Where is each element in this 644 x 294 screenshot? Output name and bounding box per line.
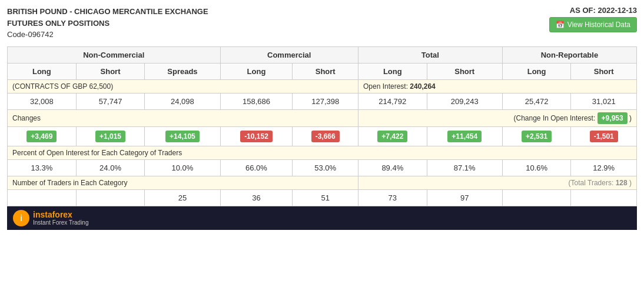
traders-nr-short	[571, 189, 637, 206]
group-header-total: Total	[358, 46, 502, 63]
val-c-long: 158,686	[220, 93, 293, 109]
traders-data-row: 25 36 51 73 97	[8, 189, 637, 206]
col-header-short3: Short	[427, 63, 502, 79]
pct-data-row: 13.3% 24.0% 10.0% 66.0% 53.0% 89.4% 87.1…	[8, 159, 637, 176]
badge-t-long: +7,422	[358, 126, 427, 146]
col-header-short4: Short	[571, 63, 637, 79]
badge-nr-long: +2,531	[502, 126, 571, 146]
traders-nr-long	[502, 189, 571, 206]
col-header-long2: Long	[220, 63, 293, 79]
title-line1: BRITISH POUND - CHICAGO MERCANTILE EXCHA…	[7, 6, 208, 18]
instaforex-bar: i instaforex Instant Forex Trading	[7, 206, 637, 230]
traders-t-long: 73	[358, 189, 427, 206]
instaforex-icon: i	[13, 210, 29, 226]
traders-section-row: Number of Traders in Each Category (Tota…	[8, 176, 637, 189]
total-traders-label: (Total Traders:	[569, 179, 614, 187]
badge-t-short: +11,454	[427, 126, 502, 146]
right-block: AS OF: 2022-12-13 📅 View Historical Data	[549, 6, 637, 32]
pct-c-long: 66.0%	[220, 159, 293, 176]
badge-nc-long: +3,469	[8, 126, 77, 146]
val-c-short: 127,398	[293, 93, 358, 109]
main-data-row: 32,008 57,747 24,098 158,686 127,398 214…	[8, 93, 637, 109]
cot-table: Non-Commercial Commercial Total Non-Repo…	[7, 46, 637, 206]
group-header-non-reportable: Non-Reportable	[502, 46, 636, 63]
header-row: BRITISH POUND - CHICAGO MERCANTILE EXCHA…	[7, 6, 637, 41]
total-traders-value: 128	[616, 179, 628, 187]
traders-t-short: 97	[427, 189, 502, 206]
title-block: BRITISH POUND - CHICAGO MERCANTILE EXCHA…	[7, 6, 208, 41]
instaforex-tagline: Instant Forex Trading	[33, 219, 89, 226]
total-traders-cell: (Total Traders: 128 )	[358, 176, 636, 189]
traders-label: Number of Traders in Each Category	[8, 176, 358, 189]
group-header-non-commercial: Non-Commercial	[8, 46, 221, 63]
badge-nc-spreads: +14,105	[145, 126, 220, 146]
pct-section-row: Percent of Open Interest for Each Catego…	[8, 146, 637, 159]
instaforex-logo: i instaforex Instant Forex Trading	[13, 210, 89, 226]
badge-nr-short: -1,501	[571, 126, 637, 146]
col-header-long4: Long	[502, 63, 571, 79]
val-t-short: 209,243	[427, 93, 502, 109]
traders-nc-short	[76, 189, 145, 206]
col-header-spreads: Spreads	[145, 63, 220, 79]
traders-c-short: 51	[293, 189, 358, 206]
change-open-interest-cell: (Change In Open Interest: +9,953 )	[358, 109, 636, 126]
main-container: BRITISH POUND - CHICAGO MERCANTILE EXCHA…	[0, 0, 644, 230]
view-historical-label: View Historical Data	[567, 21, 630, 29]
changes-label: Changes	[8, 109, 358, 126]
pct-nr-long: 10.6%	[502, 159, 571, 176]
traders-c-long: 36	[220, 189, 293, 206]
badge-c-short: -3,666	[293, 126, 358, 146]
calendar-icon: 📅	[556, 21, 565, 29]
total-traders-close: )	[629, 179, 632, 187]
traders-nc-spreads: 25	[145, 189, 220, 206]
val-nc-spreads: 24,098	[145, 93, 220, 109]
pct-nc-short: 24.0%	[76, 159, 145, 176]
pct-t-long: 89.4%	[358, 159, 427, 176]
pct-t-short: 87.1%	[427, 159, 502, 176]
instaforex-text-block: instaforex Instant Forex Trading	[33, 210, 89, 226]
as-of-date: AS OF: 2022-12-13	[549, 6, 637, 15]
col-header-short1: Short	[76, 63, 145, 79]
view-historical-button[interactable]: 📅 View Historical Data	[549, 17, 637, 32]
changes-label-row: Changes (Change In Open Interest: +9,953…	[8, 109, 637, 126]
col-header-long1: Long	[8, 63, 77, 79]
val-nc-long: 32,008	[8, 93, 77, 109]
badge-nc-short: +1,015	[76, 126, 145, 146]
val-t-long: 214,792	[358, 93, 427, 109]
badge-c-long: -10,152	[220, 126, 293, 146]
title-line2: FUTURES ONLY POSITIONS	[7, 18, 208, 29]
change-oi-label: (Change In Open Interest:	[514, 114, 596, 122]
pct-nc-long: 13.3%	[8, 159, 77, 176]
val-nr-long: 25,472	[502, 93, 571, 109]
badges-row: +3,469 +1,015 +14,105 -10,152 -3,666 +7,…	[8, 126, 637, 146]
val-nr-short: 31,021	[571, 93, 637, 109]
title-line3: Code-096742	[7, 29, 208, 41]
group-header-commercial: Commercial	[220, 46, 358, 63]
open-interest-cell: Open Interest: 240,264	[358, 79, 636, 93]
traders-nc-long	[8, 189, 77, 206]
pct-label: Percent of Open Interest for Each Catego…	[8, 146, 637, 159]
pct-nr-short: 12.9%	[571, 159, 637, 176]
col-header-long3: Long	[358, 63, 427, 79]
open-interest-value: 240,264	[410, 82, 435, 91]
change-oi-value: +9,953	[597, 112, 628, 124]
pct-c-short: 53.0%	[293, 159, 358, 176]
pct-nc-spreads: 10.0%	[145, 159, 220, 176]
contracts-label: (CONTRACTS OF GBP 62,500)	[8, 79, 358, 93]
open-interest-label: Open Interest:	[363, 82, 408, 91]
col-header-short2: Short	[293, 63, 358, 79]
contracts-row: (CONTRACTS OF GBP 62,500) Open Interest:…	[8, 79, 637, 93]
change-oi-close: )	[629, 114, 632, 122]
val-nc-short: 57,747	[76, 93, 145, 109]
instaforex-name: instaforex	[33, 210, 89, 219]
